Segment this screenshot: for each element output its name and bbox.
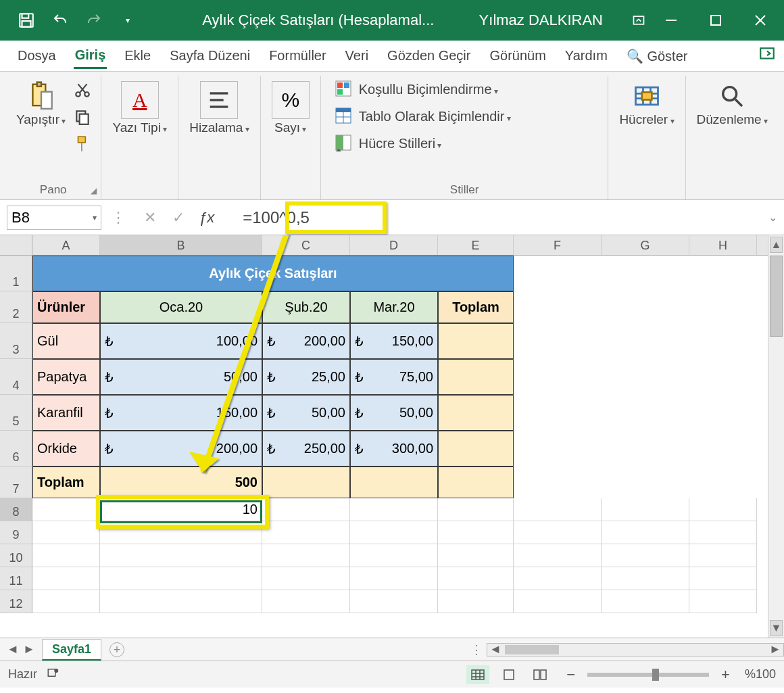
table-title-cell[interactable]: Aylık Çiçek Satışları <box>32 256 514 291</box>
select-all-corner[interactable] <box>0 235 32 255</box>
scroll-down-icon[interactable]: ▼ <box>770 620 783 636</box>
format-as-table-button[interactable]: Tablo Olarak Biçimlendir <box>335 107 511 126</box>
header-month-2[interactable]: Şub.20 <box>262 291 350 323</box>
row-header-3[interactable]: 3 <box>0 323 32 359</box>
prev-sheet-icon[interactable]: ◄ <box>7 642 19 656</box>
data-cell[interactable]: ₺150,00 <box>100 395 262 431</box>
row-header-12[interactable]: 12 <box>0 590 32 613</box>
scroll-right-icon[interactable]: ► <box>767 642 783 656</box>
row-total-label[interactable]: Toplam <box>32 467 100 498</box>
total-cell[interactable] <box>438 323 514 359</box>
tab-view[interactable]: Görünüm <box>488 44 547 68</box>
tab-scroll-grip-icon[interactable]: ⋮ <box>470 642 483 657</box>
col-header-H[interactable]: H <box>689 235 757 255</box>
enter-formula-icon[interactable]: ✓ <box>169 208 188 227</box>
cells-button[interactable]: Hücreler <box>615 77 678 127</box>
col-header-G[interactable]: G <box>602 235 689 255</box>
data-cell[interactable]: ₺200,00 <box>100 431 262 467</box>
zoom-thumb[interactable] <box>652 669 659 681</box>
maximize-button[interactable] <box>706 10 726 30</box>
vertical-scrollbar[interactable]: ▲ ▼ <box>768 235 784 638</box>
spreadsheet-grid[interactable]: A B C D E F G H 1 Aylık Çiçek Satışları … <box>0 235 768 638</box>
data-cell[interactable]: ₺100,00 <box>100 323 262 359</box>
macro-record-icon[interactable] <box>45 667 60 682</box>
font-button[interactable]: A Yazı Tipi <box>108 77 171 135</box>
total-cell[interactable] <box>438 431 514 467</box>
row-header-8[interactable]: 8 <box>0 498 32 521</box>
sum-cell-b7[interactable]: 500 <box>100 467 262 498</box>
data-cell[interactable]: ₺50,00 <box>350 395 438 431</box>
data-cell[interactable]: ₺150,00 <box>350 323 438 359</box>
total-cell[interactable] <box>438 359 514 395</box>
row-header-6[interactable]: 6 <box>0 431 32 467</box>
view-page-layout-icon[interactable] <box>497 665 520 684</box>
share-button[interactable] <box>758 45 776 66</box>
total-cell[interactable] <box>438 395 514 431</box>
data-cell[interactable]: ₺25,00 <box>262 359 350 395</box>
col-header-C[interactable]: C <box>262 235 350 255</box>
zoom-slider[interactable] <box>587 673 709 677</box>
view-normal-icon[interactable] <box>466 665 489 684</box>
data-cell[interactable]: ₺250,00 <box>262 431 350 467</box>
row-header-10[interactable]: 10 <box>0 544 32 567</box>
editing-button[interactable]: Düzenleme <box>693 77 772 127</box>
col-header-B[interactable]: B <box>100 235 262 255</box>
zoom-out-icon[interactable]: − <box>566 666 575 684</box>
row-header-7[interactable]: 7 <box>0 467 32 498</box>
sheet-tab-1[interactable]: Sayfa1 <box>42 639 101 661</box>
clipboard-dialog-launcher-icon[interactable]: ◢ <box>91 186 97 195</box>
tab-home[interactable]: Giriş <box>74 43 107 69</box>
name-box[interactable]: B8▾ <box>7 206 101 230</box>
data-cell[interactable]: ₺50,00 <box>262 395 350 431</box>
redo-icon[interactable] <box>84 11 103 30</box>
product-cell[interactable]: Papatya <box>32 359 100 395</box>
minimize-button[interactable] <box>661 10 681 30</box>
undo-icon[interactable] <box>51 11 70 30</box>
next-sheet-icon[interactable]: ► <box>23 642 35 656</box>
hscroll-thumb[interactable] <box>505 645 559 654</box>
sum-cell[interactable] <box>438 467 514 498</box>
data-cell[interactable]: ₺200,00 <box>262 323 350 359</box>
expand-formula-bar-icon[interactable]: ⌄ <box>768 211 777 224</box>
sum-cell[interactable] <box>350 467 438 498</box>
col-header-D[interactable]: D <box>350 235 438 255</box>
zoom-level[interactable]: %100 <box>745 667 776 682</box>
tab-file[interactable]: Dosya <box>16 44 57 68</box>
user-name[interactable]: Yılmaz DALKIRAN <box>479 11 603 29</box>
row-header-5[interactable]: 5 <box>0 395 32 431</box>
sum-cell[interactable] <box>262 467 350 498</box>
zoom-in-icon[interactable]: + <box>721 666 730 684</box>
row-header-4[interactable]: 4 <box>0 359 32 395</box>
cut-icon[interactable] <box>74 81 94 101</box>
conditional-formatting-button[interactable]: Koşullu Biçimlendirme <box>335 80 498 99</box>
cell-styles-button[interactable]: Hücre Stilleri <box>335 134 442 153</box>
tab-review[interactable]: Gözden Geçir <box>386 44 472 68</box>
col-header-F[interactable]: F <box>514 235 602 255</box>
tab-page-layout[interactable]: Sayfa Düzeni <box>168 44 251 68</box>
add-sheet-button[interactable]: + <box>109 642 124 657</box>
header-month-3[interactable]: Mar.20 <box>350 291 438 323</box>
formula-input[interactable]: =100^0,5 <box>222 206 777 230</box>
alignment-button[interactable]: Hizalama <box>185 77 253 135</box>
cancel-formula-icon[interactable]: ✕ <box>141 208 160 227</box>
header-month-1[interactable]: Oca.20 <box>100 291 262 323</box>
tab-data[interactable]: Veri <box>344 44 370 68</box>
product-cell[interactable]: Gül <box>32 323 100 359</box>
col-header-E[interactable]: E <box>438 235 514 255</box>
ribbon-display-icon[interactable] <box>629 10 649 30</box>
number-button[interactable]: % Sayı <box>268 77 314 135</box>
tell-me-search[interactable]: 🔍 Göster <box>625 44 689 68</box>
row-header-2[interactable]: 2 <box>0 291 32 323</box>
qat-dropdown-icon[interactable]: ▾ <box>118 11 137 30</box>
scroll-up-icon[interactable]: ▲ <box>770 237 783 253</box>
product-cell[interactable]: Orkide <box>32 431 100 467</box>
tab-formulas[interactable]: Formüller <box>268 44 327 68</box>
tab-insert[interactable]: Ekle <box>123 44 152 68</box>
format-painter-icon[interactable] <box>74 135 94 156</box>
col-header-A[interactable]: A <box>32 235 100 255</box>
save-icon[interactable] <box>17 11 36 30</box>
data-cell[interactable]: ₺50,00 <box>100 359 262 395</box>
cell[interactable] <box>32 498 100 521</box>
fx-icon[interactable]: ƒx <box>199 209 214 226</box>
tab-help[interactable]: Yardım <box>564 44 609 68</box>
